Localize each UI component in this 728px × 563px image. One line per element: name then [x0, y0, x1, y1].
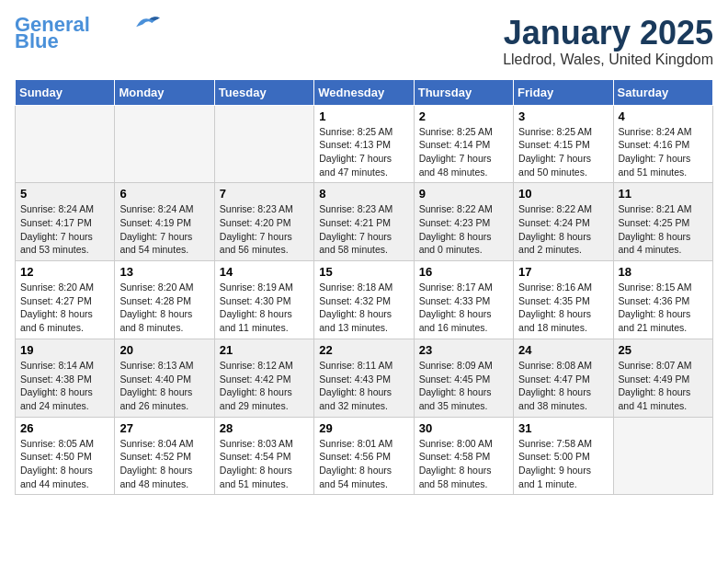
- day-info: Sunrise: 8:21 AM Sunset: 4:25 PM Dayligh…: [619, 202, 708, 257]
- calendar-cell: 12Sunrise: 8:20 AM Sunset: 4:27 PM Dayli…: [16, 261, 115, 339]
- day-header-sunday: Sunday: [16, 79, 115, 105]
- calendar-cell: 14Sunrise: 8:19 AM Sunset: 4:30 PM Dayli…: [214, 261, 313, 339]
- calendar-week-4: 19Sunrise: 8:14 AM Sunset: 4:38 PM Dayli…: [16, 339, 713, 417]
- logo: General Blue: [15, 15, 162, 52]
- day-number: 20: [119, 343, 209, 357]
- day-info: Sunrise: 8:07 AM Sunset: 4:49 PM Dayligh…: [619, 359, 708, 413]
- day-header-thursday: Thursday: [414, 79, 513, 105]
- day-info: Sunrise: 8:24 AM Sunset: 4:19 PM Dayligh…: [119, 202, 209, 257]
- day-number: 9: [419, 187, 508, 201]
- day-info: Sunrise: 8:12 AM Sunset: 4:42 PM Dayligh…: [220, 359, 309, 413]
- day-header-saturday: Saturday: [613, 79, 712, 105]
- calendar-cell: [16, 105, 115, 183]
- page-header: General Blue January 2025 Lledrod, Wales…: [15, 15, 713, 68]
- day-info: Sunrise: 8:25 AM Sunset: 4:14 PM Dayligh…: [419, 125, 508, 179]
- calendar-cell: 21Sunrise: 8:12 AM Sunset: 4:42 PM Dayli…: [214, 339, 313, 417]
- day-info: Sunrise: 8:05 AM Sunset: 4:50 PM Dayligh…: [20, 437, 109, 491]
- day-info: Sunrise: 8:19 AM Sunset: 4:30 PM Dayligh…: [220, 281, 309, 335]
- calendar-cell: 22Sunrise: 8:11 AM Sunset: 4:43 PM Dayli…: [314, 339, 414, 417]
- day-info: Sunrise: 8:20 AM Sunset: 4:27 PM Dayligh…: [20, 281, 109, 335]
- calendar-cell: 19Sunrise: 8:14 AM Sunset: 4:38 PM Dayli…: [16, 339, 115, 417]
- calendar-cell: 17Sunrise: 8:16 AM Sunset: 4:35 PM Dayli…: [514, 261, 613, 339]
- day-number: 7: [220, 187, 309, 201]
- day-info: Sunrise: 8:23 AM Sunset: 4:20 PM Dayligh…: [220, 202, 309, 257]
- day-info: Sunrise: 8:15 AM Sunset: 4:36 PM Dayligh…: [619, 281, 708, 335]
- calendar-cell: 26Sunrise: 8:05 AM Sunset: 4:50 PM Dayli…: [16, 417, 115, 495]
- day-number: 19: [20, 343, 109, 357]
- day-info: Sunrise: 8:00 AM Sunset: 4:58 PM Dayligh…: [419, 437, 508, 491]
- day-header-friday: Friday: [514, 79, 613, 105]
- day-number: 18: [619, 265, 708, 279]
- day-number: 17: [518, 265, 608, 279]
- calendar-cell: 2Sunrise: 8:25 AM Sunset: 4:14 PM Daylig…: [414, 105, 513, 183]
- calendar-cell: [115, 105, 214, 183]
- day-info: Sunrise: 8:08 AM Sunset: 4:47 PM Dayligh…: [518, 359, 608, 413]
- day-header-tuesday: Tuesday: [214, 79, 313, 105]
- calendar-cell: 18Sunrise: 8:15 AM Sunset: 4:36 PM Dayli…: [613, 261, 712, 339]
- calendar-week-2: 5Sunrise: 8:24 AM Sunset: 4:17 PM Daylig…: [16, 183, 713, 261]
- day-number: 3: [518, 109, 608, 123]
- calendar-cell: 3Sunrise: 8:25 AM Sunset: 4:15 PM Daylig…: [514, 105, 613, 183]
- day-info: Sunrise: 8:09 AM Sunset: 4:45 PM Dayligh…: [419, 359, 508, 413]
- calendar-cell: 16Sunrise: 8:17 AM Sunset: 4:33 PM Dayli…: [414, 261, 513, 339]
- calendar-cell: 4Sunrise: 8:24 AM Sunset: 4:16 PM Daylig…: [613, 105, 712, 183]
- calendar-cell: 13Sunrise: 8:20 AM Sunset: 4:28 PM Dayli…: [115, 261, 214, 339]
- day-number: 1: [319, 109, 408, 123]
- day-info: Sunrise: 8:25 AM Sunset: 4:13 PM Dayligh…: [319, 125, 408, 179]
- calendar-cell: 23Sunrise: 8:09 AM Sunset: 4:45 PM Dayli…: [414, 339, 513, 417]
- day-info: Sunrise: 8:22 AM Sunset: 4:24 PM Dayligh…: [518, 202, 608, 257]
- day-number: 29: [319, 421, 408, 435]
- day-header-wednesday: Wednesday: [314, 79, 414, 105]
- location-subtitle: Lledrod, Wales, United Kingdom: [503, 52, 713, 68]
- logo-bird-icon: [134, 14, 162, 32]
- day-info: Sunrise: 8:23 AM Sunset: 4:21 PM Dayligh…: [319, 202, 408, 257]
- day-number: 12: [20, 265, 109, 279]
- day-number: 26: [20, 421, 109, 435]
- calendar-cell: 5Sunrise: 8:24 AM Sunset: 4:17 PM Daylig…: [16, 183, 115, 261]
- title-area: January 2025 Lledrod, Wales, United King…: [503, 15, 713, 68]
- calendar-cell: 9Sunrise: 8:22 AM Sunset: 4:23 PM Daylig…: [414, 183, 513, 261]
- day-info: Sunrise: 8:13 AM Sunset: 4:40 PM Dayligh…: [119, 359, 209, 413]
- logo-blue: Blue: [15, 31, 59, 52]
- day-info: Sunrise: 8:20 AM Sunset: 4:28 PM Dayligh…: [119, 281, 209, 335]
- day-info: Sunrise: 8:22 AM Sunset: 4:23 PM Dayligh…: [419, 202, 508, 257]
- month-title: January 2025: [503, 15, 713, 52]
- day-number: 8: [319, 187, 408, 201]
- day-info: Sunrise: 8:25 AM Sunset: 4:15 PM Dayligh…: [518, 125, 608, 179]
- calendar-cell: 6Sunrise: 8:24 AM Sunset: 4:19 PM Daylig…: [115, 183, 214, 261]
- day-number: 22: [319, 343, 408, 357]
- calendar-table: SundayMondayTuesdayWednesdayThursdayFrid…: [15, 79, 713, 496]
- day-number: 15: [319, 265, 408, 279]
- calendar-header-row: SundayMondayTuesdayWednesdayThursdayFrid…: [16, 79, 713, 105]
- day-info: Sunrise: 8:04 AM Sunset: 4:52 PM Dayligh…: [119, 437, 209, 491]
- day-info: Sunrise: 8:16 AM Sunset: 4:35 PM Dayligh…: [518, 281, 608, 335]
- day-number: 27: [119, 421, 209, 435]
- day-info: Sunrise: 8:24 AM Sunset: 4:16 PM Dayligh…: [619, 125, 708, 179]
- day-number: 21: [220, 343, 309, 357]
- day-info: Sunrise: 7:58 AM Sunset: 5:00 PM Dayligh…: [518, 437, 608, 491]
- calendar-cell: 30Sunrise: 8:00 AM Sunset: 4:58 PM Dayli…: [414, 417, 513, 495]
- day-number: 5: [20, 187, 109, 201]
- day-info: Sunrise: 8:03 AM Sunset: 4:54 PM Dayligh…: [220, 437, 309, 491]
- calendar-cell: [613, 417, 712, 495]
- day-info: Sunrise: 8:18 AM Sunset: 4:32 PM Dayligh…: [319, 281, 408, 335]
- day-number: 4: [619, 109, 708, 123]
- day-number: 6: [119, 187, 209, 201]
- calendar-cell: 8Sunrise: 8:23 AM Sunset: 4:21 PM Daylig…: [314, 183, 414, 261]
- calendar-week-1: 1Sunrise: 8:25 AM Sunset: 4:13 PM Daylig…: [16, 105, 713, 183]
- calendar-week-3: 12Sunrise: 8:20 AM Sunset: 4:27 PM Dayli…: [16, 261, 713, 339]
- calendar-cell: [214, 105, 313, 183]
- calendar-cell: 29Sunrise: 8:01 AM Sunset: 4:56 PM Dayli…: [314, 417, 414, 495]
- calendar-cell: 20Sunrise: 8:13 AM Sunset: 4:40 PM Dayli…: [115, 339, 214, 417]
- day-number: 28: [220, 421, 309, 435]
- calendar-cell: 31Sunrise: 7:58 AM Sunset: 5:00 PM Dayli…: [514, 417, 613, 495]
- day-number: 16: [419, 265, 508, 279]
- day-number: 11: [619, 187, 708, 201]
- calendar-cell: 1Sunrise: 8:25 AM Sunset: 4:13 PM Daylig…: [314, 105, 414, 183]
- day-info: Sunrise: 8:17 AM Sunset: 4:33 PM Dayligh…: [419, 281, 508, 335]
- day-number: 25: [619, 343, 708, 357]
- day-number: 14: [220, 265, 309, 279]
- day-number: 13: [119, 265, 209, 279]
- calendar-cell: 15Sunrise: 8:18 AM Sunset: 4:32 PM Dayli…: [314, 261, 414, 339]
- calendar-cell: 27Sunrise: 8:04 AM Sunset: 4:52 PM Dayli…: [115, 417, 214, 495]
